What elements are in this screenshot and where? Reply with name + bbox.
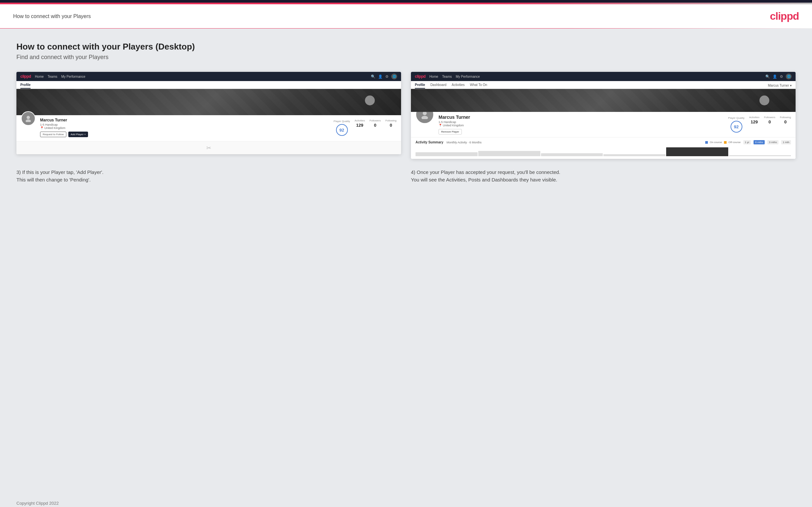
activity-header: Activity Summary Monthly Activity · 6 Mo…	[415, 140, 791, 145]
quality-right: Player Quality 92	[728, 116, 745, 132]
page-header: How to connect with your Players clippd	[0, 4, 812, 28]
mock-browser-left: clippd Home Teams My Performance 🔍 👤 ⚙ 🌐…	[16, 72, 401, 154]
off-course-dot	[724, 141, 726, 144]
mock-browser-right: clippd Home Teams My Performance 🔍 👤 ⚙ 🌐…	[411, 72, 796, 159]
screenshot-left: clippd Home Teams My Performance 🔍 👤 ⚙ 🌐…	[16, 72, 401, 159]
svg-point-1	[26, 119, 31, 122]
page-title: How to connect with your Players	[13, 13, 91, 19]
desc-text-left: 3) If this is your Player tap, 'Add Play…	[16, 169, 401, 183]
add-player-button[interactable]: Add Player +	[68, 131, 88, 137]
mock-hero-left	[16, 89, 401, 115]
mock-profile-left: Marcus Turner 1-5 Handicap 📍 United King…	[16, 115, 401, 141]
profile-info-left: Marcus Turner 1-5 Handicap 📍 United King…	[40, 118, 329, 137]
remove-player-button[interactable]: Remove Player	[439, 129, 462, 134]
globe-icon-left[interactable]: 🌐	[391, 73, 397, 79]
on-course-dot	[705, 141, 708, 144]
mock-tabs-right: Profile Dashboard Activities What To On …	[411, 81, 796, 89]
search-icon-right[interactable]: 🔍	[765, 74, 770, 79]
clippd-logo: clippd	[770, 10, 799, 22]
mock-nav-home-right[interactable]: Home	[429, 75, 438, 78]
mock-activity-right: Activity Summary Monthly Activity · 6 Mo…	[411, 137, 796, 159]
bar-3	[541, 153, 603, 156]
tab-dashboard-right[interactable]: Dashboard	[430, 83, 446, 89]
filter-legend: On course Off course	[705, 141, 741, 144]
player-location-right: 📍 United Kingdom	[439, 124, 724, 127]
stat-activities-left: Activities 129	[354, 119, 365, 136]
profile-buttons-left: Request to Follow Add Player +	[40, 131, 329, 137]
filter-1mth[interactable]: 1 mth	[781, 140, 791, 145]
player-name-right: Marcus Turner	[439, 115, 724, 120]
tab-profile-right[interactable]: Profile	[415, 83, 425, 89]
stat-activities-right: Activities 129	[749, 116, 759, 132]
main-subheading: Find and connect with your Players	[16, 54, 796, 61]
player-name-left: Marcus Turner	[40, 118, 329, 122]
top-bar	[0, 0, 812, 3]
tab-profile-left[interactable]: Profile	[20, 83, 31, 89]
remove-player-btn-container: Remove Player	[439, 129, 724, 134]
mock-nav-icons-right: 🔍 👤 ⚙ 🌐	[765, 73, 792, 79]
quality-circle-right: 92	[730, 121, 742, 132]
screenshots-row: clippd Home Teams My Performance 🔍 👤 ⚙ 🌐…	[16, 72, 796, 159]
main-heading: How to connect with your Players (Deskto…	[16, 42, 796, 52]
tab-activities-right[interactable]: Activities	[452, 83, 464, 89]
desc-col-left: 3) If this is your Player tap, 'Add Play…	[16, 169, 401, 183]
filter-6mths[interactable]: 6 mths	[754, 140, 765, 145]
quality-left: Player Quality 92	[334, 120, 350, 136]
description-row: 3) If this is your Player tap, 'Add Play…	[16, 169, 796, 183]
mock-profile-row-right: Marcus Turner 1-5 Handicap 📍 United King…	[411, 112, 796, 137]
bar-4	[603, 154, 665, 156]
search-icon-left[interactable]: 🔍	[371, 74, 375, 79]
mock-tabs-left: Profile	[16, 81, 401, 89]
request-follow-button[interactable]: Request to Follow	[40, 131, 66, 137]
mock-nav-icons-left: 🔍 👤 ⚙ 🌐	[371, 73, 397, 79]
profile-info-right: Marcus Turner 1-5 Handicap 📍 United King…	[439, 115, 724, 134]
activity-title: Activity Summary	[415, 140, 443, 144]
activity-chart	[415, 146, 791, 156]
stat-following-left: Following 0	[385, 119, 397, 136]
main-content: How to connect with your Players (Deskto…	[0, 29, 812, 496]
stat-followers-left: Followers 0	[369, 119, 381, 136]
mock-logo-right: clippd	[415, 74, 425, 79]
mock-hero-right	[411, 89, 796, 112]
player-location-left: 📍 United Kingdom	[40, 126, 329, 130]
player-handicap-right: 1-5 Handicap	[439, 120, 724, 124]
bar-5	[666, 147, 728, 156]
edit-icon-section: ✂	[16, 141, 401, 154]
filter-3mths[interactable]: 3 mths	[767, 140, 778, 145]
activity-controls: On course Off course 1 yr 6 mths 3 mths …	[705, 140, 791, 145]
mock-nav-teams-right[interactable]: Teams	[442, 75, 452, 78]
settings-icon-right[interactable]: ⚙	[780, 74, 783, 79]
filter-1yr[interactable]: 1 yr	[743, 140, 751, 145]
location-icon-left: 📍	[40, 126, 44, 130]
desc-text-right: 4) Once your Player has accepted your re…	[411, 169, 796, 183]
mock-nav-myperformance-left[interactable]: My Performance	[61, 75, 85, 78]
bar-2	[478, 151, 540, 157]
avatar-left	[21, 111, 36, 126]
location-icon-right: 📍	[439, 124, 442, 127]
tab-whattoon-right[interactable]: What To On	[470, 83, 488, 89]
screenshot-right: clippd Home Teams My Performance 🔍 👤 ⚙ 🌐…	[411, 72, 796, 159]
bar-6	[729, 155, 791, 156]
mock-nav-left: clippd Home Teams My Performance 🔍 👤 ⚙ 🌐	[16, 72, 401, 81]
bar-1	[415, 152, 477, 156]
mock-nav-right: clippd Home Teams My Performance 🔍 👤 ⚙ 🌐	[411, 72, 796, 81]
user-icon-right[interactable]: 👤	[773, 74, 777, 79]
stats-right: Player Quality 92 Activities 129 Followe…	[728, 116, 791, 132]
activity-title-group: Activity Summary Monthly Activity · 6 Mo…	[415, 140, 481, 144]
stat-following-right: Following 0	[780, 116, 791, 132]
mock-nav-myperformance-right[interactable]: My Performance	[456, 75, 479, 78]
svg-point-0	[27, 116, 30, 119]
stats-left: Player Quality 92 Activities 129 Followe…	[334, 119, 397, 136]
user-icon-left[interactable]: 👤	[378, 74, 383, 79]
marcus-turner-dropdown[interactable]: Marcus Turner ▾	[768, 84, 792, 89]
copyright-text: Copyright Clippd 2022	[16, 501, 59, 506]
svg-point-3	[421, 116, 428, 119]
mock-nav-home-left[interactable]: Home	[35, 75, 44, 78]
off-course-label: Off course	[728, 141, 741, 144]
scissors-icon: ✂	[206, 145, 211, 152]
settings-icon-left[interactable]: ⚙	[385, 74, 389, 79]
activity-subtitle: Monthly Activity · 6 Months	[446, 141, 481, 144]
globe-icon-right[interactable]: 🌐	[786, 73, 792, 79]
mock-logo-left: clippd	[20, 74, 31, 79]
mock-nav-teams-left[interactable]: Teams	[48, 75, 57, 78]
